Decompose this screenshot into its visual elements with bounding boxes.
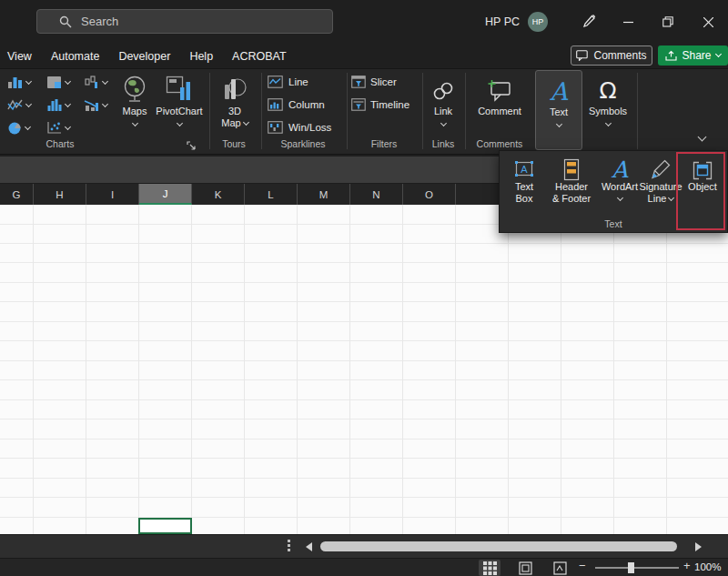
histogram-chart-icon [46, 98, 62, 112]
inking-pen-icon[interactable] [568, 0, 608, 44]
group-label-tours: Tours [207, 138, 260, 149]
pie-chart-icon [7, 121, 22, 136]
comments-button[interactable]: Comments [571, 45, 652, 66]
minimize-button[interactable] [608, 0, 648, 44]
page-layout-icon [519, 561, 532, 575]
tab-acrobat[interactable]: ACROBAT [232, 50, 287, 63]
avatar[interactable]: HP [528, 12, 548, 32]
text-icon: A [550, 71, 568, 104]
text-button[interactable]: A Text [535, 70, 582, 150]
group-label-comments: Comments [465, 138, 534, 149]
comment-bubble-icon [576, 50, 588, 61]
tab-help[interactable]: Help [189, 50, 213, 63]
menu-item-wordart[interactable]: A WordArt [598, 156, 642, 212]
column-header-g[interactable]: G [0, 184, 34, 205]
scatter-chart-icon [46, 121, 62, 135]
column-header-m[interactable]: M [298, 184, 350, 205]
scrollbar-thumb[interactable] [320, 541, 677, 551]
chevron-down-icon [102, 100, 108, 106]
chevron-down-icon [616, 195, 622, 201]
chevron-down-icon [440, 120, 446, 126]
combo-chart-icon [84, 98, 99, 112]
sparkline-column-button[interactable]: Column [268, 98, 325, 111]
zoom-slider-handle[interactable] [628, 562, 634, 573]
tab-automate[interactable]: Automate [51, 50, 100, 63]
column-header-k[interactable]: K [192, 184, 245, 205]
waterfall-chart-button[interactable] [84, 76, 107, 89]
chevron-down-icon [25, 100, 32, 106]
treemap-chart-icon [46, 76, 62, 89]
histogram-chart-button[interactable] [46, 98, 70, 112]
chevron-down-icon [65, 100, 71, 106]
search-placeholder: Search [81, 15, 118, 28]
sheet-grid[interactable] [0, 205, 728, 534]
pivotchart-button[interactable]: PivotChart [155, 70, 204, 150]
zoom-level[interactable]: 100% [694, 561, 721, 572]
page-layout-view-button[interactable] [514, 560, 536, 576]
chevron-down-icon [102, 77, 108, 84]
share-button[interactable]: Share [658, 45, 728, 66]
normal-view-button[interactable] [479, 560, 500, 576]
group-label-links: Links [422, 138, 464, 149]
group-label-charts: Charts [18, 138, 102, 149]
column-chart-icon [7, 76, 23, 89]
chevron-down-icon [25, 77, 32, 84]
sparkline-line-button[interactable]: Line [268, 76, 308, 88]
sparkline-winloss-icon [268, 121, 283, 134]
restore-button[interactable] [648, 0, 688, 44]
scroll-right-arrow[interactable] [695, 542, 702, 551]
title-bar: Search HP PC HP [0, 0, 728, 44]
column-header-l[interactable]: L [245, 184, 298, 205]
line-chart-icon [7, 98, 23, 112]
active-cell[interactable] [138, 518, 192, 534]
chevron-down-icon [131, 120, 137, 126]
tab-developer[interactable]: Developer [118, 50, 170, 63]
pie-chart-button[interactable] [7, 121, 30, 136]
line-chart-button[interactable] [7, 98, 31, 112]
menu-item-header-footer[interactable]: Header & Footer [545, 156, 598, 212]
charts-dialog-launcher[interactable] [187, 137, 196, 154]
column-header-j-selected[interactable]: J [139, 184, 192, 205]
sheet-tab-splitter[interactable] [288, 540, 290, 551]
chevron-down-icon [243, 118, 249, 125]
slicer-button[interactable]: Slicer [351, 76, 397, 88]
group-divider [637, 73, 638, 149]
column-header-h[interactable]: H [34, 184, 86, 205]
column-header-o[interactable]: O [403, 184, 456, 205]
sparkline-winloss-button[interactable]: Win/Loss [268, 121, 331, 134]
user-name: HP PC [485, 15, 520, 28]
waterfall-chart-icon [84, 76, 99, 89]
scatter-chart-button[interactable] [46, 121, 70, 135]
signature-line-icon [650, 156, 672, 181]
page-break-preview-button[interactable] [549, 560, 571, 576]
treemap-chart-button[interactable] [46, 76, 70, 89]
close-button[interactable] [688, 0, 728, 44]
timeline-icon [351, 98, 366, 111]
column-header-i[interactable]: I [86, 184, 139, 205]
column-chart-button[interactable] [7, 76, 31, 89]
scroll-left-arrow[interactable] [306, 542, 312, 551]
tab-view[interactable]: View [7, 50, 32, 63]
chevron-down-icon [65, 123, 71, 129]
ribbon-insert: Maps PivotChart Charts [0, 68, 728, 155]
sparkline-line-icon [268, 76, 283, 88]
zoom-slider-track[interactable] [595, 567, 679, 569]
collapse-ribbon-chevron-icon[interactable] [698, 133, 707, 142]
ribbon-tab-row: View Automate Developer Help ACROBAT Com… [0, 44, 728, 68]
share-icon [665, 50, 677, 61]
slicer-icon [351, 76, 366, 88]
search-icon [59, 15, 72, 28]
search-input[interactable]: Search [36, 9, 333, 34]
combo-chart-button[interactable] [84, 98, 107, 112]
grid-view-icon [483, 561, 497, 575]
symbols-button[interactable]: Ω Symbols [584, 70, 632, 150]
maps-button[interactable]: Maps [111, 70, 158, 150]
zoom-in-button[interactable]: + [683, 559, 691, 572]
chevron-down-icon [555, 121, 561, 127]
menu-item-text-box[interactable]: A Text Box [503, 156, 545, 212]
timeline-button[interactable]: Timeline [351, 98, 410, 111]
chevron-down-icon [176, 120, 182, 126]
omega-icon: Ω [599, 70, 616, 103]
column-header-n[interactable]: N [350, 184, 403, 205]
zoom-out-button[interactable]: − [579, 559, 586, 572]
